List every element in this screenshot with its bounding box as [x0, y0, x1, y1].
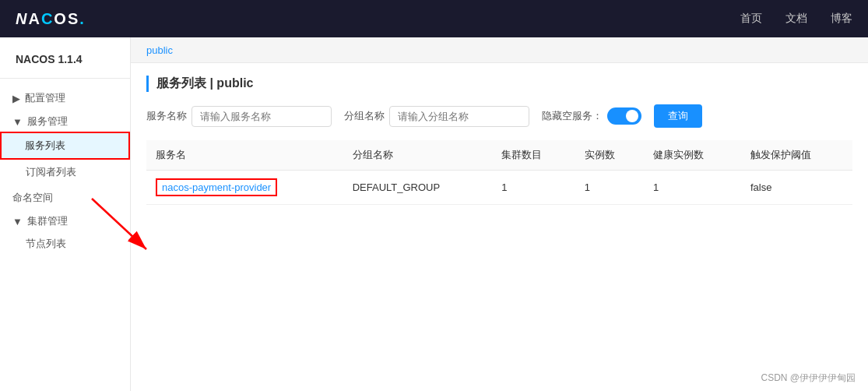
- group-name-label: 分组名称: [344, 109, 385, 123]
- breadcrumb-bar: public: [131, 37, 868, 63]
- col-group-name: 分组名称: [343, 140, 492, 171]
- cell-healthy-count: 1: [644, 171, 741, 205]
- cluster-arrow-icon: ▼: [12, 216, 23, 227]
- sidebar-group-config[interactable]: ▶ 配置管理: [0, 85, 130, 108]
- filter-bar: 服务名称 分组名称 隐藏空服务： 查询: [146, 104, 852, 128]
- service-name-filter: 服务名称: [146, 106, 332, 127]
- top-nav: NACOS. 首页 文档 博客: [0, 0, 868, 37]
- cell-group-name: DEFAULT_GROUP: [343, 171, 492, 205]
- col-threshold: 触发保护阈值: [741, 140, 852, 171]
- annotation-container: nacos-payment-provider: [156, 178, 334, 196]
- sidebar-item-node-list[interactable]: 节点列表: [0, 231, 130, 256]
- service-table: 服务名 分组名称 集群数目 实例数 健康实例数 触发保护阈值 nacos-pay…: [146, 140, 852, 205]
- cell-cluster-count: 1: [492, 171, 575, 205]
- cell-threshold: false: [741, 171, 852, 205]
- sidebar-group-service[interactable]: ▼ 服务管理: [0, 108, 130, 132]
- toggle-track: [607, 107, 641, 125]
- breadcrumb-link[interactable]: public: [146, 44, 173, 56]
- col-service-name: 服务名: [146, 140, 343, 171]
- logo: NACOS.: [16, 10, 84, 28]
- service-name-link[interactable]: nacos-payment-provider: [156, 178, 277, 196]
- main-content: public 服务列表 | public 服务名称 分组名称 隐藏空服务：: [131, 37, 868, 391]
- group-name-filter: 分组名称: [344, 106, 529, 127]
- layout: NACOS 1.1.4 ▶ 配置管理 ▼ 服务管理 服务列表 订阅者列表 命名空…: [0, 37, 868, 391]
- table-body: nacos-payment-provider DEFAULT_GROUP 1 1…: [146, 171, 852, 205]
- sidebar-item-subscriber-list[interactable]: 订阅者列表: [0, 160, 130, 185]
- service-arrow-icon: ▼: [12, 116, 23, 128]
- nav-blog[interactable]: 博客: [831, 12, 852, 26]
- col-cluster-count: 集群数目: [492, 140, 575, 171]
- sidebar: NACOS 1.1.4 ▶ 配置管理 ▼ 服务管理 服务列表 订阅者列表 命名空…: [0, 37, 131, 391]
- toggle-thumb: [626, 110, 638, 122]
- col-instance-count: 实例数: [575, 140, 644, 171]
- hidden-service-toggle[interactable]: [607, 107, 641, 125]
- sidebar-version: NACOS 1.1.4: [0, 45, 130, 79]
- col-healthy-count: 健康实例数: [644, 140, 741, 171]
- service-name-label: 服务名称: [146, 109, 187, 123]
- content-area: 服务列表 | public 服务名称 分组名称 隐藏空服务：: [131, 63, 868, 391]
- footer-watermark: CSDN @伊伊伊伊甸园: [761, 372, 856, 385]
- table-header: 服务名 分组名称 集群数目 实例数 健康实例数 触发保护阈值: [146, 140, 852, 171]
- top-nav-links: 首页 文档 博客: [740, 12, 852, 26]
- sidebar-group-namespace[interactable]: 命名空间: [0, 185, 130, 208]
- config-arrow-icon: ▶: [12, 93, 20, 104]
- cell-instance-count: 1: [575, 171, 644, 205]
- table-row: nacos-payment-provider DEFAULT_GROUP 1 1…: [146, 171, 852, 205]
- query-button[interactable]: 查询: [654, 104, 702, 128]
- page-title: 服务列表 | public: [146, 76, 852, 92]
- nav-home[interactable]: 首页: [740, 12, 762, 26]
- cell-service-name: nacos-payment-provider: [146, 171, 343, 205]
- sidebar-item-service-list[interactable]: 服务列表: [0, 132, 130, 160]
- group-name-input[interactable]: [389, 106, 529, 127]
- hidden-service-label: 隐藏空服务：: [542, 109, 603, 123]
- hidden-service-filter: 隐藏空服务：: [542, 107, 641, 125]
- service-name-input[interactable]: [192, 106, 332, 127]
- nav-docs[interactable]: 文档: [785, 12, 807, 26]
- sidebar-group-cluster[interactable]: ▼ 集群管理: [0, 208, 130, 231]
